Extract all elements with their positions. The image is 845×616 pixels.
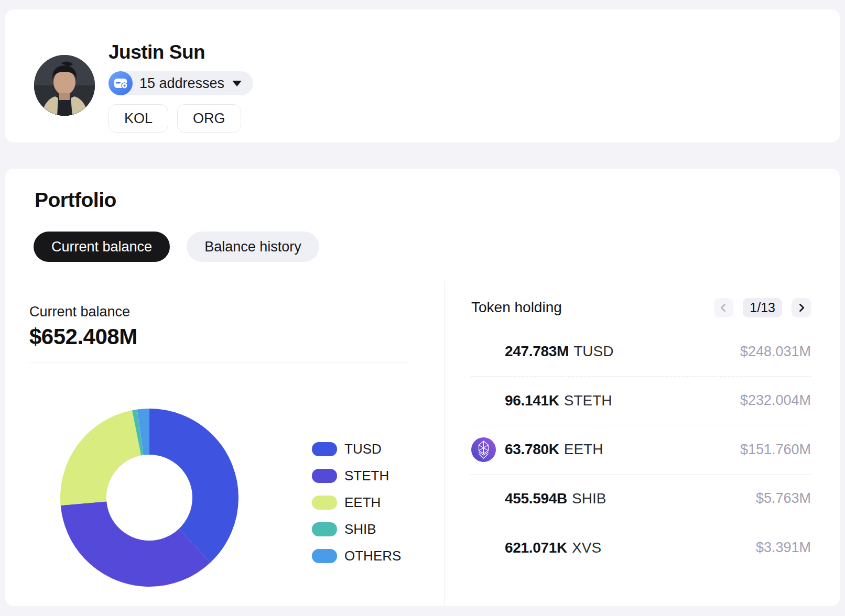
legend-label-eeth: EETH [344, 494, 381, 511]
token-row-eeth[interactable]: 63.780K EETH $151.760M [471, 425, 811, 475]
legend-label-steth: STETH [344, 468, 389, 484]
token-holding-title: Token holding [471, 299, 562, 316]
chevron-right-icon [796, 302, 807, 313]
legend-label-others: OTHERS [344, 548, 401, 564]
token-symbol: STETH [564, 392, 612, 409]
legend-swatch-steth [312, 469, 337, 483]
token-amount: 455.594B [505, 490, 567, 507]
token-list: 247.783M TUSD $248.031M 96.141K STETH $2… [471, 327, 811, 573]
badge-org: ORG [177, 104, 241, 133]
token-usd-value: $3.391M [756, 540, 811, 556]
portfolio-tabs: Current balance Balance history [34, 232, 840, 262]
token-icon-slot [471, 535, 496, 560]
legend-swatch-others [312, 549, 337, 563]
token-symbol: EETH [564, 441, 603, 458]
current-balance-panel: Current balance $652.408M TUSD STETH [5, 281, 445, 606]
token-usd-value: $232.004M [740, 392, 811, 409]
token-row-steth[interactable]: 96.141K STETH $232.004M [471, 377, 811, 426]
token-icon-slot [471, 437, 496, 462]
pagination: 1/13 [714, 298, 811, 317]
token-symbol: SHIB [572, 490, 606, 507]
token-usd-value: $5.763M [756, 490, 811, 507]
legend-swatch-eeth [312, 496, 337, 510]
portfolio-card: Portfolio Current balance Balance histor… [5, 169, 840, 606]
token-amount: 247.783M [505, 343, 569, 360]
token-symbol: XVS [572, 540, 601, 556]
profile-name: Justin Sun [109, 41, 253, 64]
next-page-button[interactable] [792, 298, 811, 317]
legend-swatch-tusd [312, 442, 337, 456]
token-icon-slot [471, 339, 496, 364]
eeth-token-icon [471, 437, 496, 462]
legend-item-shib[interactable]: SHIB [312, 521, 401, 537]
token-symbol: TUSD [573, 343, 613, 360]
legend-item-eeth[interactable]: EETH [312, 494, 401, 511]
current-balance-value: $652.408M [29, 324, 445, 350]
chevron-down-icon [232, 81, 242, 86]
token-icon-slot [471, 388, 496, 413]
tab-current-balance[interactable]: Current balance [34, 232, 170, 262]
avatar [34, 55, 95, 116]
legend-label-shib: SHIB [344, 521, 376, 537]
token-row-shib[interactable]: 455.594B SHIB $5.763M [471, 475, 811, 524]
addresses-count-label: 15 addresses [139, 75, 224, 92]
wallet-icon [109, 71, 133, 95]
legend-item-steth[interactable]: STETH [312, 468, 401, 484]
legend-label-tusd: TUSD [344, 441, 382, 457]
current-balance-label: Current balance [29, 303, 445, 320]
token-icon-slot [471, 486, 496, 511]
token-amount: 96.141K [505, 392, 559, 409]
token-row-tusd[interactable]: 247.783M TUSD $248.031M [471, 327, 811, 377]
legend-item-others[interactable]: OTHERS [312, 548, 401, 564]
addresses-dropdown[interactable]: 15 addresses [109, 71, 253, 95]
token-usd-value: $248.031M [740, 344, 811, 360]
token-amount: 621.071K [505, 540, 567, 556]
portfolio-title: Portfolio [35, 188, 840, 213]
chart-legend: TUSD STETH EETH SHIB [312, 441, 401, 587]
donut-chart[interactable] [60, 409, 239, 587]
tab-balance-history[interactable]: Balance history [187, 232, 319, 262]
token-usd-value: $151.760M [740, 442, 811, 458]
token-amount: 63.780K [505, 441, 559, 458]
legend-swatch-shib [312, 522, 337, 536]
badge-kol: KOL [109, 104, 168, 133]
prev-page-button[interactable] [714, 298, 733, 317]
token-holding-panel: Token holding 1/13 [445, 281, 840, 606]
profile-card: Justin Sun 15 addresses KOL ORG [5, 9, 840, 142]
legend-item-tusd[interactable]: TUSD [312, 441, 401, 457]
chevron-left-icon [718, 302, 729, 313]
page-indicator: 1/13 [743, 298, 782, 317]
token-row-xvs[interactable]: 621.071K XVS $3.391M [471, 523, 811, 573]
